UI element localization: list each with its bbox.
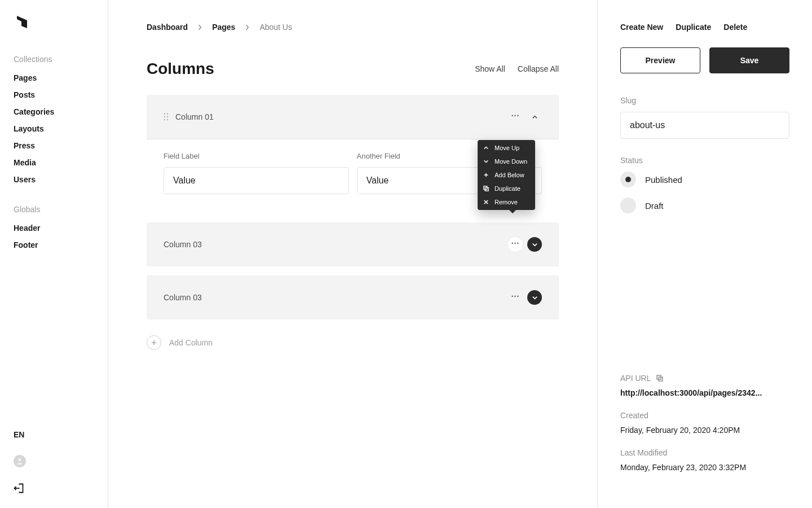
- delete-link[interactable]: Delete: [723, 23, 747, 32]
- slug-input[interactable]: [620, 112, 789, 139]
- column-block: Column 03 ···: [147, 275, 559, 319]
- radio-label: Draft: [645, 201, 664, 211]
- save-button[interactable]: Save: [709, 47, 789, 73]
- duplicate-link[interactable]: Duplicate: [676, 23, 711, 32]
- preview-button[interactable]: Preview: [620, 47, 700, 73]
- status-published-option[interactable]: Published: [620, 172, 789, 187]
- chevron-down-icon[interactable]: [527, 290, 542, 305]
- sidebar-group-collections: Collections: [0, 55, 108, 69]
- radio-icon: [620, 172, 636, 187]
- sidebar-item-layouts[interactable]: Layouts: [0, 120, 108, 137]
- chevron-up-icon[interactable]: [527, 110, 542, 124]
- svg-point-1: [164, 113, 165, 115]
- ctx-label: Move Up: [495, 144, 519, 151]
- radio-label: Published: [645, 175, 682, 185]
- breadcrumb-pages[interactable]: Pages: [212, 23, 235, 32]
- drag-handle-icon[interactable]: [164, 113, 169, 121]
- context-menu: Move Up Move Down Add Below: [478, 140, 535, 210]
- add-label: Add Column: [169, 338, 213, 347]
- right-panel: Create New Duplicate Delete Preview Save…: [598, 0, 812, 508]
- svg-point-2: [167, 113, 168, 115]
- more-icon[interactable]: ···: [508, 237, 523, 252]
- block-title: Column 01: [175, 112, 214, 121]
- sidebar-item-media[interactable]: Media: [0, 154, 108, 171]
- copy-icon[interactable]: [656, 375, 663, 382]
- logout-icon[interactable]: [14, 483, 24, 493]
- plus-icon: [147, 335, 161, 350]
- chevron-right-icon: [245, 24, 249, 30]
- status-draft-option[interactable]: Draft: [620, 198, 789, 213]
- show-all-button[interactable]: Show All: [475, 64, 505, 73]
- ctx-label: Add Below: [495, 172, 524, 178]
- sidebar-item-footer[interactable]: Footer: [0, 237, 108, 253]
- modified-label: Last Modified: [620, 448, 789, 457]
- ctx-label: Duplicate: [495, 185, 520, 192]
- app-logo: [0, 14, 108, 55]
- field-group: Field Label: [164, 152, 349, 194]
- api-url-label: API URL: [620, 374, 651, 383]
- sidebar-item-pages[interactable]: Pages: [0, 69, 108, 86]
- page-title: Columns: [147, 60, 214, 78]
- block-title: Column 03: [164, 293, 202, 302]
- svg-point-6: [167, 119, 168, 120]
- user-avatar[interactable]: [14, 455, 26, 467]
- radio-icon: [620, 198, 636, 213]
- block-title: Column 03: [164, 240, 202, 249]
- created-value: Friday, February 20, 2020 4:20PM: [620, 426, 789, 435]
- chevron-down-icon[interactable]: [527, 237, 542, 252]
- main-content: Dashboard Pages About Us Columns Show Al…: [108, 0, 598, 508]
- breadcrumb: Dashboard Pages About Us: [147, 23, 559, 32]
- ctx-move-down[interactable]: Move Down: [478, 155, 535, 168]
- sidebar-item-press[interactable]: Press: [0, 137, 108, 154]
- slug-label: Slug: [620, 96, 789, 105]
- ctx-duplicate[interactable]: Duplicate: [478, 182, 535, 195]
- sidebar-item-posts[interactable]: Posts: [0, 86, 108, 103]
- language-switcher[interactable]: EN: [14, 430, 24, 439]
- collapse-all-button[interactable]: Collapse All: [518, 64, 559, 73]
- ctx-label: Remove: [495, 199, 518, 205]
- api-url-value: http://localhost:3000/api/pages/2342...: [620, 388, 789, 397]
- create-new-link[interactable]: Create New: [620, 23, 663, 32]
- ctx-add-below[interactable]: Add Below: [478, 168, 535, 182]
- ctx-label: Move Down: [495, 158, 527, 165]
- svg-point-4: [167, 116, 168, 117]
- field-input[interactable]: [164, 167, 349, 194]
- ctx-remove[interactable]: Remove: [478, 195, 535, 209]
- sidebar-globals-list: Header Footer: [0, 220, 108, 253]
- more-icon[interactable]: ···: [508, 110, 523, 124]
- svg-point-0: [19, 458, 21, 461]
- chevron-right-icon: [198, 24, 202, 30]
- status-label: Status: [620, 156, 789, 165]
- more-icon[interactable]: ···: [508, 290, 523, 305]
- svg-point-3: [164, 116, 165, 117]
- ctx-move-up[interactable]: Move Up: [478, 141, 535, 155]
- sidebar-item-header[interactable]: Header: [0, 220, 108, 237]
- breadcrumb-current: About Us: [259, 23, 292, 32]
- breadcrumb-dashboard[interactable]: Dashboard: [147, 23, 188, 32]
- svg-point-5: [164, 119, 165, 120]
- created-label: Created: [620, 411, 789, 420]
- sidebar-group-globals: Globals: [0, 205, 108, 220]
- sidebar-item-users[interactable]: Users: [0, 171, 108, 188]
- field-label: Field Label: [164, 152, 349, 160]
- add-column-button[interactable]: Add Column: [147, 335, 559, 350]
- column-block: Column 03 ··· Move Up Move Down: [147, 222, 559, 266]
- modified-value: Monday, February 23, 2020 3:32PM: [620, 463, 789, 472]
- sidebar-item-categories[interactable]: Categories: [0, 103, 108, 120]
- sidebar-collections-list: Pages Posts Categories Layouts Press Med…: [0, 69, 108, 188]
- sidebar: Collections Pages Posts Categories Layou…: [0, 0, 108, 508]
